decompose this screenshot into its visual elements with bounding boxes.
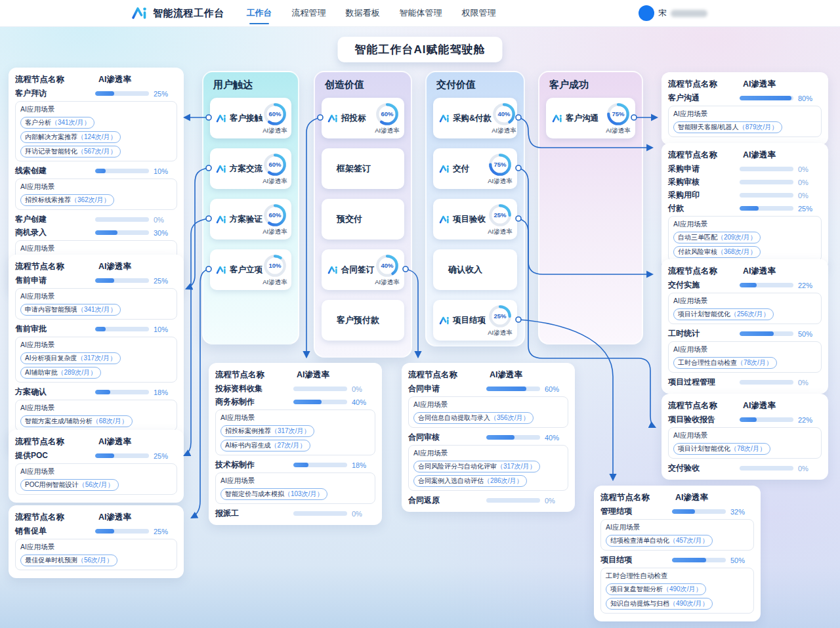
penetration-bar: [95, 91, 149, 96]
penetration-bar: [95, 327, 149, 331]
flow-column-title: 创造价值: [315, 72, 411, 98]
donut-caption: AI渗透率: [262, 127, 287, 135]
card-header-rate-col: AI渗透率: [743, 79, 822, 90]
penetration-value: 40%: [540, 434, 568, 442]
svg-text:40%: 40%: [498, 110, 511, 117]
penetration-value: 30%: [149, 229, 177, 237]
flow-node-采购&付款[interactable]: 采购&付款40%AI渗透率: [433, 98, 517, 138]
node-row-合同申请: 合同申请60%AI应用场景合同信息自动提取与录入（356次/月）: [408, 383, 568, 428]
flow-node-方案交流[interactable]: 方案交流60%AI渗透率: [210, 148, 291, 189]
nav-item-数据看板[interactable]: 数据看板: [346, 0, 380, 26]
scenario-chip[interactable]: 内部解决方案推荐（124次/月）: [20, 131, 121, 143]
scenario-chip[interactable]: 知识自动提炼与归档（490次/月）: [606, 598, 713, 610]
flow-node-确认收入[interactable]: 确认收入: [433, 249, 517, 290]
scenario-chip[interactable]: 申请内容智能预填（341次/月）: [20, 304, 121, 316]
donut-caption: AI渗透率: [488, 228, 512, 236]
scenario-chip[interactable]: AI辅助审批（289次/月）: [20, 367, 101, 379]
scenario-box: AI应用场景工时合理性自动检查（78次/月）: [668, 341, 822, 373]
scenario-box: AI应用场景项目计划智能优化（256次/月）: [668, 293, 822, 324]
scenario-chip[interactable]: 项目计划智能优化（78次/月）: [673, 443, 770, 455]
penetration-bar: [95, 453, 149, 458]
flow-node-客户沟通[interactable]: 客户沟通75%AI渗透率: [546, 98, 635, 138]
flow-node-项目结项[interactable]: 项目结项25%AI渗透率: [433, 300, 517, 341]
flow-node-招投标[interactable]: 招投标60%AI渗透率: [322, 98, 404, 138]
node-name: 售前审批: [15, 324, 95, 335]
scenario-chip[interactable]: 智能方案生成/辅助分析（68次/月）: [20, 415, 133, 427]
scenario-chip[interactable]: 项目复盘智能分析（490次/月）: [606, 583, 706, 595]
scenario-chip[interactable]: 合同案例入选自动评估（286次/月）: [413, 475, 527, 487]
penetration-bar: [95, 169, 149, 173]
scenario-box: AI应用场景客户分析（341次/月）内部解决方案推荐（124次/月）拜访记录智能…: [15, 101, 177, 161]
svg-text:40%: 40%: [381, 262, 394, 269]
scenario-chip[interactable]: AI分析项目复杂度（317次/月）: [20, 352, 121, 364]
card-header: 流程节点名称AI渗透率: [668, 400, 822, 411]
scenario-box: AI应用场景申请内容智能预填（341次/月）: [15, 288, 177, 320]
flow-node-客户接触[interactable]: 客户接触60%AI渗透率: [210, 98, 291, 138]
node-row-销售促单: 销售促单25%AI应用场景最佳促单时机预测（56次/月）: [15, 526, 177, 570]
scenario-chip[interactable]: 项目计划智能优化（256次/月）: [673, 308, 774, 320]
ai-rate-donut: 40%: [492, 102, 516, 127]
flow-node-合同签订[interactable]: 合同签订40%AI渗透率: [322, 249, 404, 290]
scenario-chip[interactable]: 结项检查清单自动化（457次/月）: [606, 535, 713, 547]
node-row-项目结项: 项目结项50%工时合理性自动检查项目复盘智能分析（490次/月）知识自动提炼与归…: [600, 555, 754, 614]
scenario-label: AI应用场景: [20, 182, 172, 192]
flow-node-label: 确认收入: [448, 264, 482, 276]
card-header: 流程节点名称AI渗透率: [668, 150, 822, 161]
penetration-value: 0%: [793, 165, 822, 173]
penetration-value: 0%: [793, 192, 822, 199]
scenario-chip[interactable]: 客户分析（341次/月）: [20, 117, 94, 129]
flow-node-交付[interactable]: 交付75%AI渗透率: [433, 148, 517, 189]
flow-node-框架签订[interactable]: 框架签订: [322, 148, 404, 189]
nav-item-流程管理[interactable]: 流程管理: [292, 0, 326, 26]
scenario-chip[interactable]: 合同风险评分与自动化评审（317次/月）: [413, 461, 540, 472]
scenario-chip[interactable]: 智能定价与成本模拟（103次/月）: [220, 488, 327, 500]
scenario-box: 工时合理性自动检查项目复盘智能分析（490次/月）知识自动提炼与归档（490次/…: [600, 568, 754, 614]
node-name: 合同申请: [408, 383, 486, 394]
nav-item-智能体管理[interactable]: 智能体管理: [400, 0, 442, 26]
scenario-chip[interactable]: 智能聊天客服/机器人（879次/月）: [673, 121, 782, 133]
scenario-chip[interactable]: 招投标案例推荐（317次/月）: [220, 425, 314, 437]
card-header-rate-col: AI渗透率: [675, 492, 754, 503]
scenario-chip[interactable]: AI标书内容生成（27次/月）: [220, 440, 310, 451]
scenario-box: AI应用场景结项检查清单自动化（457次/月）: [600, 519, 754, 551]
flow-node-label: 方案交流: [230, 163, 262, 175]
info-card-procurement: 流程节点名称AI渗透率采购申请0%采购审核0%采购用印0%付款25%AI应用场景…: [662, 143, 828, 270]
card-header: 流程节点名称AI渗透率: [408, 369, 568, 381]
penetration-bar: [293, 387, 347, 391]
penetration-value: 0%: [793, 379, 822, 387]
penetration-bar: [95, 230, 149, 235]
scenario-label: 工时合理性自动检查: [606, 572, 749, 581]
nav-item-工作台[interactable]: 工作台: [247, 0, 272, 26]
info-card-poc: 流程节点名称AI渗透率提供POC25%AI应用场景POC用例智能设计（56次/月…: [9, 430, 184, 503]
scenario-chip[interactable]: POC用例智能设计（56次/月）: [20, 479, 119, 491]
flow-node-方案验证[interactable]: 方案验证60%AI渗透率: [210, 199, 291, 240]
node-row-报派工: 报派工0%: [215, 508, 375, 519]
node-name: 合同返原: [408, 495, 486, 506]
node-row-客户创建: 客户创建0%: [15, 214, 177, 225]
scenario-chip[interactable]: 拜访记录智能转化（567次/月）: [20, 146, 121, 157]
dashboard-stage: 智能流程工作台 工作台流程管理数据看板智能体管理权限管理 宋 智能工作台AI赋能…: [0, 0, 840, 628]
user-box[interactable]: 宋: [639, 0, 707, 26]
penetration-value: 25%: [149, 277, 177, 285]
nav-item-权限管理[interactable]: 权限管理: [462, 0, 496, 26]
flow-node-label: 方案验证: [230, 214, 262, 225]
node-name: 方案确认: [15, 387, 95, 398]
scenario-chip[interactable]: 最佳促单时机预测（56次/月）: [20, 555, 117, 566]
scenario-box: AI应用场景招投标线索推荐（362次/月）: [15, 178, 177, 210]
flow-node-项目验收[interactable]: 项目验收25%AI渗透率: [433, 199, 517, 240]
flow-node-客户预付款[interactable]: 客户预付款: [322, 300, 404, 341]
scenario-chip[interactable]: 合同信息自动提取与录入（356次/月）: [413, 412, 534, 424]
scenario-chip[interactable]: 付款风险审核（368次/月）: [673, 246, 761, 258]
node-row-付款: 付款25%AI应用场景自动三单匹配（209次/月）付款风险审核（368次/月）: [668, 203, 822, 262]
scenario-chip[interactable]: 招投标线索推荐（362次/月）: [20, 194, 114, 206]
node-row-采购申请: 采购申请0%: [668, 163, 822, 175]
scenario-chip[interactable]: 自动三单匹配（209次/月）: [673, 232, 761, 243]
scenario-box: AI应用场景自动三单匹配（209次/月）付款风险审核（368次/月）: [668, 216, 822, 262]
flow-node-预交付[interactable]: 预交付: [322, 199, 404, 240]
scenario-chip[interactable]: 工时合理性自动检查（78次/月）: [673, 357, 777, 369]
flow-node-客户立项[interactable]: 客户立项10%AI渗透率: [210, 249, 291, 290]
ai-rate-donut: 10%: [262, 253, 287, 278]
user-avatar[interactable]: [639, 5, 654, 21]
user-name: 宋: [658, 8, 667, 19]
penetration-bar: [740, 180, 793, 184]
